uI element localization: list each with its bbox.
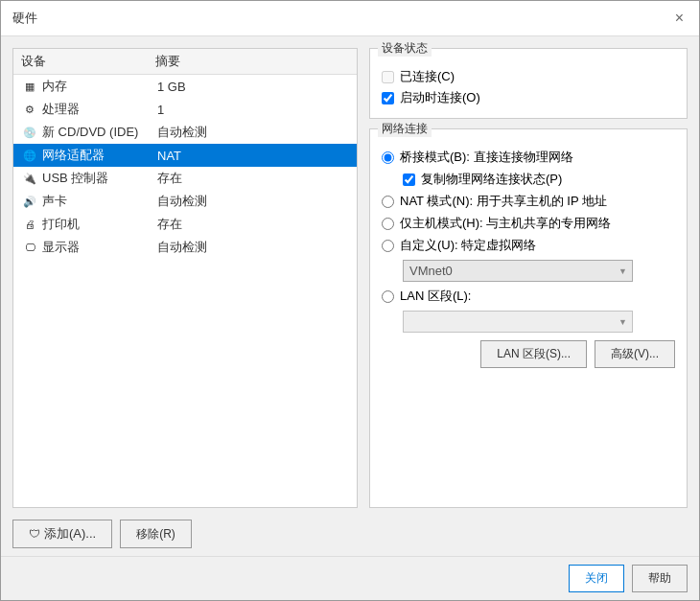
footer-buttons: 关闭 帮助	[1, 556, 699, 600]
vmnet-row: VMnet0	[403, 260, 675, 282]
advanced-button[interactable]: 高级(V)...	[595, 340, 675, 368]
custom-radio-row: 自定义(U): 特定虚拟网络	[382, 237, 675, 254]
add-label: 添加(A)...	[44, 525, 96, 543]
dialog-title: 硬件	[12, 10, 37, 27]
lan-segment-button[interactable]: LAN 区段(S)...	[480, 340, 587, 368]
device-summary: 1 GB	[157, 80, 349, 94]
col-device-header: 设备	[21, 53, 155, 70]
connected-label: 已连接(C)	[400, 68, 455, 85]
network-title: 网络连接	[378, 121, 432, 137]
bridge-radio-row: 桥接模式(B): 直接连接物理网络	[382, 149, 675, 166]
auto-connect-row: 启动时连接(O)	[382, 89, 675, 106]
table-header: 设备 摘要	[13, 49, 357, 75]
nat-radio[interactable]	[382, 196, 394, 208]
connected-row: 已连接(C)	[382, 68, 675, 85]
host-radio-row: 仅主机模式(H): 与主机共享的专用网络	[382, 215, 675, 232]
help-button[interactable]: 帮助	[632, 565, 688, 592]
remove-button[interactable]: 移除(R)	[120, 520, 192, 548]
device-list: ▦ 内存 1 GB ⚙ 处理器 1 💿 新 CD/DVD (IDE) 自动检测 …	[13, 75, 357, 507]
device-status-title: 设备状态	[378, 40, 432, 57]
nat-radio-row: NAT 模式(N): 用于共享主机的 IP 地址	[382, 193, 675, 210]
auto-connect-label: 启动时连接(O)	[400, 89, 480, 106]
device-name: 网络适配器	[42, 147, 157, 164]
nat-label: NAT 模式(N): 用于共享主机的 IP 地址	[400, 193, 607, 210]
device-name: 新 CD/DVD (IDE)	[42, 124, 157, 141]
device-row[interactable]: ▦ 内存 1 GB	[13, 75, 357, 98]
device-row[interactable]: 🔌 USB 控制器 存在	[13, 167, 357, 190]
device-panel: 设备 摘要 ▦ 内存 1 GB ⚙ 处理器 1 💿 新 CD/DVD (IDE)…	[12, 48, 358, 508]
device-icon: 💿	[21, 126, 38, 139]
device-summary: 自动检测	[157, 193, 349, 210]
replicate-checkbox[interactable]	[403, 173, 415, 186]
lan-button-row: LAN 区段(S)... 高级(V)...	[382, 340, 675, 368]
col-summary-header: 摘要	[155, 53, 349, 70]
bridge-sub-row: 复制物理网络连接状态(P)	[403, 171, 675, 188]
lan-radio[interactable]	[382, 290, 394, 303]
device-icon: 🖨	[21, 218, 38, 231]
close-icon[interactable]: ×	[671, 9, 688, 28]
device-row[interactable]: 💿 新 CD/DVD (IDE) 自动检测	[13, 121, 357, 144]
connected-checkbox[interactable]	[382, 71, 394, 83]
device-summary: 存在	[157, 170, 349, 187]
device-row[interactable]: 🌐 网络适配器 NAT	[13, 144, 357, 167]
hardware-dialog: 硬件 × 设备 摘要 ▦ 内存 1 GB ⚙ 处理器 1 💿 新 CD/DVD …	[0, 0, 700, 601]
add-button[interactable]: 🛡 添加(A)...	[12, 520, 112, 548]
shield-icon: 🛡	[29, 527, 40, 541]
replicate-label: 复制物理网络连接状态(P)	[421, 171, 562, 188]
title-bar: 硬件 ×	[1, 1, 699, 36]
device-icon: 🌐	[21, 149, 38, 162]
device-name: 处理器	[42, 101, 157, 118]
bridge-radio[interactable]	[382, 151, 394, 164]
right-panel: 设备状态 已连接(C) 启动时连接(O) 网络连接	[369, 48, 688, 508]
lan-select-wrapper	[403, 311, 633, 333]
device-icon: ⚙	[21, 103, 38, 116]
bridge-label: 桥接模式(B): 直接连接物理网络	[400, 149, 573, 166]
device-icon: 🔊	[21, 195, 38, 208]
vmnet-select[interactable]: VMnet0	[403, 260, 633, 282]
vmnet-select-wrapper: VMnet0	[403, 260, 633, 282]
custom-label: 自定义(U): 特定虚拟网络	[400, 237, 536, 254]
network-content: 桥接模式(B): 直接连接物理网络 复制物理网络连接状态(P) NAT 模式(N…	[382, 149, 675, 368]
device-name: USB 控制器	[42, 170, 157, 187]
close-button[interactable]: 关闭	[569, 565, 624, 592]
device-icon: 🖵	[21, 241, 38, 254]
lan-select[interactable]	[403, 311, 633, 333]
device-name: 显示器	[42, 239, 157, 256]
device-icon: ▦	[21, 80, 38, 93]
device-row[interactable]: 🔊 声卡 自动检测	[13, 190, 357, 213]
device-name: 声卡	[42, 193, 157, 210]
device-status-group: 设备状态 已连接(C) 启动时连接(O)	[369, 48, 688, 119]
custom-radio[interactable]	[382, 240, 394, 252]
network-group: 网络连接 桥接模式(B): 直接连接物理网络 复制物理网络连接状态(P) NA	[369, 128, 688, 508]
device-summary: 1	[157, 103, 349, 117]
device-status-content: 已连接(C) 启动时连接(O)	[382, 68, 675, 106]
device-name: 内存	[42, 78, 157, 95]
lan-radio-row: LAN 区段(L):	[382, 288, 675, 305]
device-row[interactable]: 🖵 显示器 自动检测	[13, 236, 357, 259]
auto-connect-checkbox[interactable]	[382, 92, 394, 104]
main-content: 设备 摘要 ▦ 内存 1 GB ⚙ 处理器 1 💿 新 CD/DVD (IDE)…	[1, 36, 699, 520]
host-radio[interactable]	[382, 218, 394, 230]
host-label: 仅主机模式(H): 与主机共享的专用网络	[400, 215, 611, 232]
device-icon: 🔌	[21, 172, 38, 185]
lan-label: LAN 区段(L):	[400, 288, 471, 305]
device-summary: NAT	[157, 149, 349, 163]
device-summary: 自动检测	[157, 239, 349, 256]
device-name: 打印机	[42, 216, 157, 233]
lan-dropdown-row	[403, 311, 675, 333]
left-bottom-buttons: 🛡 添加(A)... 移除(R)	[1, 520, 699, 556]
device-summary: 自动检测	[157, 124, 349, 141]
device-row[interactable]: ⚙ 处理器 1	[13, 98, 357, 121]
device-summary: 存在	[157, 216, 349, 233]
device-row[interactable]: 🖨 打印机 存在	[13, 213, 357, 236]
